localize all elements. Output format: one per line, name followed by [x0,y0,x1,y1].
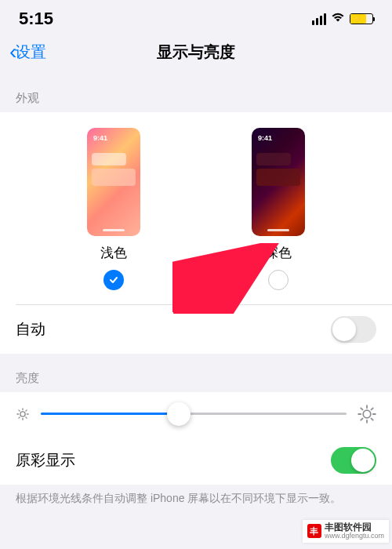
svg-line-16 [361,418,362,420]
page-title: 显示与亮度 [157,42,235,63]
wifi-icon [331,12,345,26]
appearance-header: 外观 [0,74,392,112]
status-time: 5:15 [19,9,53,29]
sun-small-icon [16,407,30,421]
brightness-slider[interactable] [41,413,347,415]
true-tone-label: 原彩显示 [16,450,75,471]
brightness-section: 原彩显示 [0,392,392,485]
svg-line-8 [26,409,27,410]
nav-bar: ‹ 设置 显示与亮度 [0,35,392,74]
auto-label: 自动 [16,319,45,340]
svg-point-9 [363,410,371,418]
back-label: 设置 [15,42,46,63]
light-radio[interactable] [103,270,124,290]
auto-row: 自动 [0,305,392,354]
sun-large-icon [358,405,376,424]
watermark-logo-icon: 丰 [307,524,321,538]
dark-label: 深色 [265,244,292,262]
dark-mode-option[interactable]: 9:41 深色 [252,128,305,290]
watermark: 丰 丰图软件园 www.dgfengtu.com [303,520,389,543]
light-label: 浅色 [100,244,127,262]
true-tone-row: 原彩显示 [0,436,392,485]
svg-line-6 [26,416,27,417]
svg-line-17 [372,408,373,409]
dark-preview: 9:41 [252,128,305,236]
light-preview: 9:41 [87,128,140,236]
status-icons: ⚡ [312,12,373,26]
signal-icon [312,13,326,25]
dark-radio[interactable] [268,270,289,290]
watermark-url: www.dgfengtu.com [325,533,384,540]
back-button[interactable]: ‹ 设置 [9,41,46,63]
svg-line-5 [19,409,20,410]
appearance-section: 9:41 浅色 9:41 深色 自动 [0,112,392,354]
brightness-header: 亮度 [0,354,392,392]
svg-line-7 [19,416,20,417]
svg-point-0 [20,411,25,416]
status-bar: 5:15 ⚡ [0,0,392,35]
brightness-slider-row [0,392,392,436]
svg-line-15 [372,418,373,420]
auto-toggle[interactable] [331,316,376,343]
slider-thumb[interactable] [167,402,191,426]
battery-icon: ⚡ [350,13,373,24]
svg-line-14 [361,408,362,409]
light-mode-option[interactable]: 9:41 浅色 [87,128,140,290]
true-tone-description: 根据环境光线条件自动调整 iPhone 屏幕以在不同环境下显示一致。 [0,485,392,513]
true-tone-toggle[interactable] [331,447,376,474]
